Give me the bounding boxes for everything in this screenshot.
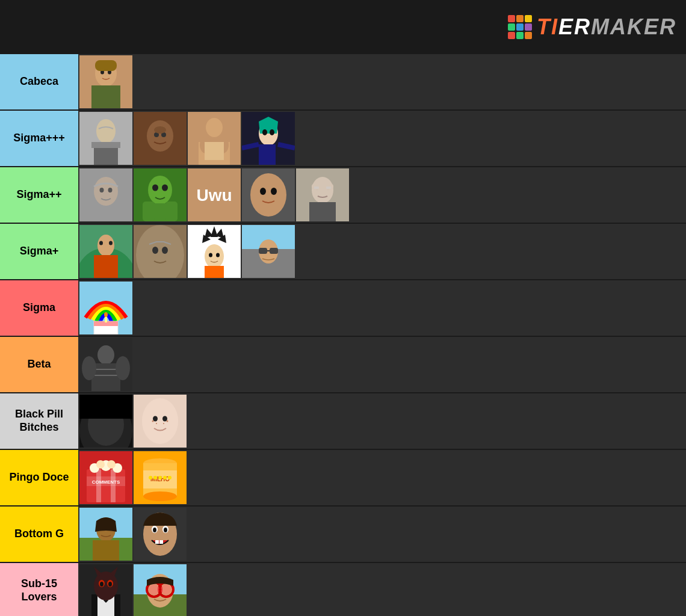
logo-cell-4 bbox=[508, 23, 515, 31]
list-item[interactable] bbox=[242, 168, 295, 221]
tier-image: MILHO bbox=[134, 451, 187, 504]
svg-point-89 bbox=[82, 356, 96, 380]
tier-label-text-sub15: Sub-15 Lovers bbox=[5, 578, 73, 603]
list-item[interactable] bbox=[188, 112, 241, 165]
tier-row-sigma3: Sigma+++ bbox=[0, 111, 686, 167]
svg-rect-94 bbox=[79, 395, 132, 419]
svg-text:COMMENTS: COMMENTS bbox=[92, 479, 120, 485]
tier-image bbox=[79, 282, 132, 334]
logo-cell-3 bbox=[525, 15, 532, 22]
tier-label-sigma2: Sigma++ bbox=[0, 167, 78, 223]
svg-rect-79 bbox=[270, 248, 278, 254]
list-item[interactable] bbox=[79, 564, 132, 616]
tier-row-cabeca: Cabeca bbox=[0, 54, 686, 111]
svg-rect-58 bbox=[94, 255, 118, 278]
list-item[interactable] bbox=[134, 168, 187, 221]
tier-content-sigma3 bbox=[78, 111, 686, 166]
svg-point-85 bbox=[104, 312, 108, 317]
tier-label-text-beta: Beta bbox=[27, 358, 51, 371]
tier-content-sigma1 bbox=[78, 224, 686, 279]
logo-cell-2 bbox=[516, 15, 524, 22]
svg-point-155 bbox=[149, 584, 159, 595]
list-item[interactable]: Uwu bbox=[188, 168, 241, 221]
tier-label-blackpill: Black Pill Bitches bbox=[0, 393, 78, 449]
tier-row-sigma2: Sigma++ bbox=[0, 167, 686, 224]
tier-image bbox=[79, 225, 132, 278]
list-item[interactable] bbox=[79, 168, 132, 221]
svg-point-73 bbox=[209, 253, 212, 257]
logo-er: ER bbox=[558, 14, 591, 39]
tier-label-text-sigma3: Sigma+++ bbox=[13, 132, 65, 145]
tier-content-sigma2: Uwu bbox=[78, 167, 686, 223]
list-item[interactable] bbox=[134, 508, 187, 561]
svg-rect-22 bbox=[205, 142, 224, 160]
tier-image bbox=[134, 508, 187, 561]
svg-point-59 bbox=[99, 241, 103, 245]
tier-content-pingo: COMMENTS bbox=[78, 450, 686, 505]
list-item[interactable] bbox=[79, 282, 132, 334]
logo-cell-9 bbox=[525, 32, 532, 39]
tier-label-text-bottomg: Bottom G bbox=[14, 528, 64, 541]
list-item[interactable] bbox=[79, 395, 132, 448]
tier-content-sigma bbox=[78, 280, 686, 336]
svg-point-121 bbox=[153, 476, 157, 479]
svg-point-149 bbox=[108, 582, 112, 587]
svg-point-35 bbox=[148, 176, 172, 205]
list-item[interactable] bbox=[242, 225, 295, 278]
svg-point-26 bbox=[262, 129, 267, 135]
list-item[interactable] bbox=[79, 112, 132, 165]
tier-label-text-sigma2: Sigma++ bbox=[16, 188, 61, 202]
list-item[interactable] bbox=[79, 55, 132, 108]
svg-point-96 bbox=[142, 398, 178, 444]
svg-point-90 bbox=[116, 356, 130, 380]
svg-point-120 bbox=[149, 476, 152, 479]
svg-point-117 bbox=[143, 491, 177, 501]
svg-point-148 bbox=[100, 582, 104, 587]
svg-point-46 bbox=[271, 188, 277, 195]
svg-point-16 bbox=[154, 126, 166, 134]
list-item[interactable] bbox=[79, 225, 132, 278]
list-item[interactable] bbox=[134, 395, 187, 448]
tier-image bbox=[134, 225, 187, 278]
list-item[interactable]: MILHO bbox=[134, 451, 187, 504]
tier-image bbox=[242, 225, 295, 278]
list-item[interactable] bbox=[134, 112, 187, 165]
svg-point-112 bbox=[96, 460, 105, 469]
tier-content-blackpill bbox=[78, 393, 686, 449]
header: TiERMAKER bbox=[0, 0, 686, 54]
logo-maker: MAKER bbox=[591, 14, 676, 39]
svg-point-37 bbox=[152, 185, 158, 191]
svg-rect-40 bbox=[165, 202, 178, 221]
list-item[interactable] bbox=[79, 338, 132, 391]
tier-image bbox=[134, 112, 187, 165]
list-item[interactable] bbox=[134, 225, 187, 278]
svg-rect-39 bbox=[143, 202, 155, 221]
svg-rect-6 bbox=[95, 60, 117, 71]
list-item[interactable]: COMMENTS bbox=[79, 451, 132, 504]
tier-image bbox=[188, 225, 241, 278]
svg-rect-137 bbox=[155, 540, 159, 544]
list-item[interactable] bbox=[188, 225, 241, 278]
svg-rect-25 bbox=[259, 144, 276, 165]
svg-point-156 bbox=[161, 584, 172, 595]
list-item[interactable] bbox=[79, 508, 132, 561]
tier-row-bottomg: Bottom G bbox=[0, 507, 686, 563]
tier-label-sub15: Sub-15 Lovers bbox=[0, 563, 78, 616]
svg-rect-54 bbox=[326, 186, 331, 189]
tier-image bbox=[79, 395, 132, 448]
tier-label-text-sigma: Sigma bbox=[23, 301, 55, 315]
tier-label-sigma1: Sigma+ bbox=[0, 224, 78, 279]
tier-image bbox=[134, 564, 187, 616]
tier-image bbox=[79, 112, 132, 165]
list-item[interactable] bbox=[134, 564, 187, 616]
tier-content-beta bbox=[78, 337, 686, 392]
tier-image bbox=[134, 395, 187, 448]
svg-point-45 bbox=[260, 188, 266, 195]
tier-label-text-sigma1: Sigma+ bbox=[20, 245, 59, 258]
svg-text:Uwu: Uwu bbox=[196, 186, 232, 205]
list-item[interactable] bbox=[296, 168, 349, 221]
svg-point-66 bbox=[205, 244, 224, 268]
tier-image bbox=[79, 55, 132, 108]
logo-cell-1 bbox=[508, 15, 515, 22]
list-item[interactable] bbox=[242, 112, 295, 165]
